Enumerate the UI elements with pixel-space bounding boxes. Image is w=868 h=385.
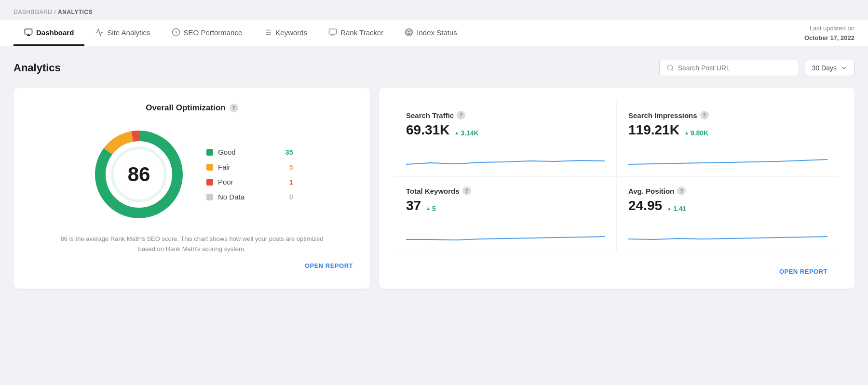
avg-position-help-icon[interactable]: ?	[677, 186, 686, 195]
sparkline-search-impressions	[628, 143, 827, 167]
tab-keywords[interactable]: Keywords	[253, 20, 318, 46]
eye-circle-icon	[405, 28, 413, 37]
metric-search-traffic-value-row: 69.31K ▲ 3.14K	[406, 122, 605, 138]
donut-chart: 86	[91, 126, 187, 223]
tab-site-analytics[interactable]: Site Analytics	[84, 20, 161, 46]
legend-value-poor: 1	[289, 178, 293, 186]
rank-tracker-icon	[328, 28, 337, 37]
chevron-down-icon	[841, 65, 847, 71]
legend-value-nodata: 0	[289, 193, 293, 201]
optimization-card-title: Overall Optimization ?	[31, 103, 353, 113]
sparkline-total-keywords	[406, 218, 605, 242]
metric-search-impressions-value-row: 119.21K ▲ 9.80K	[628, 122, 827, 138]
metric-search-impressions: Search Impressions ? 119.21K ▲ 9.80K	[617, 101, 839, 177]
legend-value-good: 35	[285, 148, 293, 156]
sparkline-avg-position	[628, 218, 827, 242]
tab-dashboard[interactable]: Dashboard	[14, 20, 84, 46]
tab-rank-tracker[interactable]: Rank Tracker	[318, 20, 394, 46]
legend-dot-good	[206, 149, 213, 156]
svg-point-13	[667, 65, 673, 70]
optimization-body: 86 Good 35 Fair 5	[31, 126, 353, 223]
search-impressions-help-icon[interactable]: ?	[700, 111, 709, 119]
svg-point-12	[408, 31, 410, 34]
metric-search-impressions-value: 119.21K	[628, 122, 679, 138]
metrics-card-footer: OPEN REPORT	[394, 254, 839, 275]
metrics-card: Search Traffic ? 69.31K ▲ 3.14K Searc	[379, 88, 854, 289]
analytics-header: Analytics 30 Days	[14, 60, 854, 76]
search-icon	[666, 64, 674, 72]
metric-total-keywords-delta: ▲ 5	[426, 205, 436, 212]
metric-total-keywords-value: 37	[406, 198, 421, 213]
legend-item-poor: Poor 1	[206, 178, 293, 186]
legend-item-fair: Fair 5	[206, 163, 293, 171]
metric-search-traffic: Search Traffic ? 69.31K ▲ 3.14K	[394, 101, 617, 177]
list-icon	[263, 28, 272, 37]
metric-search-traffic-delta: ▲ 3.14K	[454, 129, 478, 137]
legend-dot-fair	[206, 164, 213, 171]
metric-search-impressions-delta: ▲ 9.80K	[684, 129, 708, 137]
optimization-card: Overall Optimization ?	[14, 88, 370, 289]
sparkline-search-traffic	[406, 143, 605, 167]
tabs-bar: Dashboard Site Analytics SEO Performance…	[0, 20, 868, 46]
legend-value-fair: 5	[289, 163, 293, 171]
optimization-help-icon[interactable]: ?	[230, 104, 238, 112]
legend: Good 35 Fair 5 Poor 1 N	[206, 148, 293, 201]
svg-rect-0	[25, 29, 32, 34]
metric-total-keywords: Total Keywords ? 37 ▲ 5	[394, 177, 617, 252]
optimization-score: 86	[128, 163, 150, 186]
metric-search-traffic-value: 69.31K	[406, 122, 449, 138]
svg-line-14	[672, 69, 673, 71]
monitor-icon	[24, 28, 33, 37]
optimization-description: 86 is the average Rank Math's SEO score.…	[57, 234, 327, 254]
page-title: Analytics	[14, 62, 61, 74]
open-report-link-right[interactable]: OPEN REPORT	[779, 268, 827, 275]
open-report-link-left[interactable]: OPEN REPORT	[31, 262, 353, 269]
search-traffic-help-icon[interactable]: ?	[457, 111, 465, 119]
metric-avg-position-delta: ▲ 1.41	[667, 205, 686, 212]
metric-avg-position-value-row: 24.95 ▲ 1.41	[628, 198, 827, 213]
last-updated: Last updated on October 17, 2022	[795, 24, 854, 42]
breadcrumb-current: ANALYTICS	[58, 9, 93, 15]
search-url-input[interactable]	[678, 64, 792, 72]
svg-rect-10	[329, 29, 337, 34]
total-keywords-help-icon[interactable]: ?	[462, 186, 471, 195]
metric-avg-position: Avg. Position ? 24.95 ▲ 1.41	[617, 177, 839, 252]
chart-line-icon	[95, 28, 104, 37]
metric-total-keywords-value-row: 37 ▲ 5	[406, 198, 605, 213]
metric-search-impressions-label: Search Impressions ?	[628, 111, 827, 119]
main-content: Analytics 30 Days Overall Optimization ?	[0, 46, 868, 298]
metric-avg-position-label: Avg. Position ?	[628, 186, 827, 195]
breadcrumb: DASHBOARD / ANALYTICS	[0, 0, 868, 20]
legend-dot-poor	[206, 179, 213, 186]
legend-dot-nodata	[206, 194, 213, 200]
legend-item-good: Good 35	[206, 148, 293, 156]
speedometer-icon	[172, 28, 180, 37]
tab-seo-performance[interactable]: SEO Performance	[161, 20, 253, 46]
cards-row: Overall Optimization ?	[14, 88, 854, 289]
tab-index-status[interactable]: Index Status	[394, 20, 467, 46]
legend-item-nodata: No Data 0	[206, 193, 293, 201]
breadcrumb-separator: /	[54, 9, 58, 15]
metric-search-traffic-label: Search Traffic ?	[406, 111, 605, 119]
metric-avg-position-value: 24.95	[628, 198, 662, 213]
days-dropdown[interactable]: 30 Days	[805, 60, 854, 76]
search-url-container[interactable]	[659, 60, 799, 76]
analytics-controls: 30 Days	[659, 60, 854, 76]
breadcrumb-base[interactable]: DASHBOARD	[14, 9, 53, 15]
metric-total-keywords-label: Total Keywords ?	[406, 186, 605, 195]
